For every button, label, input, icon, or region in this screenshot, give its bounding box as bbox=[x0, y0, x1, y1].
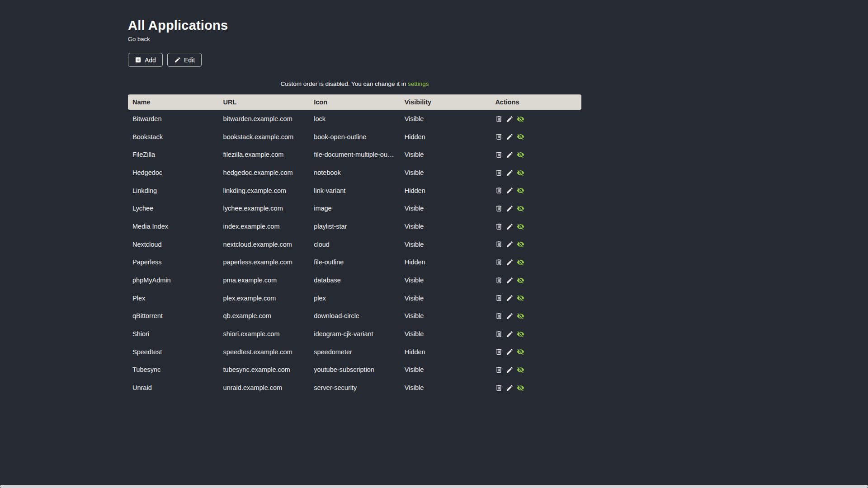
visibility-toggle-icon[interactable] bbox=[517, 151, 524, 159]
table-row: Speedtestspeedtest.example.comspeedomete… bbox=[128, 343, 581, 361]
column-header-url: URL bbox=[219, 94, 310, 110]
app-visibility: Visible bbox=[400, 289, 491, 307]
visibility-toggle-icon[interactable] bbox=[517, 384, 524, 392]
add-button-label: Add bbox=[145, 57, 156, 63]
app-icon-name: speedometer bbox=[309, 343, 400, 361]
app-icon-name: image bbox=[309, 199, 400, 217]
actions-cell bbox=[491, 145, 581, 164]
column-header-actions: Actions bbox=[491, 94, 581, 110]
edit-button[interactable]: Edit bbox=[167, 53, 202, 67]
app-name: Unraid bbox=[128, 379, 219, 397]
app-visibility: Visible bbox=[400, 235, 491, 253]
actions-cell bbox=[491, 325, 581, 343]
actions-cell bbox=[491, 271, 581, 289]
pencil-icon[interactable] bbox=[506, 348, 514, 356]
trash-icon[interactable] bbox=[495, 169, 503, 177]
pencil-icon[interactable] bbox=[506, 330, 514, 338]
trash-icon[interactable] bbox=[495, 258, 503, 266]
app-icon-name: lock bbox=[309, 110, 400, 128]
trash-icon[interactable] bbox=[495, 223, 503, 230]
visibility-toggle-icon[interactable] bbox=[517, 258, 524, 266]
pencil-icon[interactable] bbox=[506, 312, 514, 320]
visibility-toggle-icon[interactable] bbox=[517, 348, 524, 356]
app-name: Tubesync bbox=[128, 361, 219, 379]
visibility-toggle-icon[interactable] bbox=[517, 240, 524, 248]
go-back-link[interactable]: Go back bbox=[128, 36, 150, 42]
trash-icon[interactable] bbox=[495, 240, 503, 248]
visibility-toggle-icon[interactable] bbox=[517, 330, 524, 338]
app-visibility: Visible bbox=[400, 379, 491, 397]
app-url: bitwarden.example.com bbox=[219, 110, 310, 128]
app-icon-name: playlist-star bbox=[309, 217, 400, 235]
column-header-icon: Icon bbox=[309, 94, 400, 110]
app-name: Bitwarden bbox=[128, 110, 219, 128]
trash-icon[interactable] bbox=[495, 294, 503, 302]
pencil-icon[interactable] bbox=[506, 384, 514, 392]
visibility-toggle-icon[interactable] bbox=[517, 294, 524, 302]
app-name: Nextcloud bbox=[128, 235, 219, 253]
pencil-icon[interactable] bbox=[506, 240, 514, 248]
app-name: Lychee bbox=[128, 199, 219, 217]
actions-cell bbox=[491, 164, 581, 182]
table-row: qBittorrentqb.example.comdownload-circle… bbox=[128, 307, 581, 325]
custom-order-notice: Custom order is disabled. You can change… bbox=[128, 80, 581, 87]
visibility-toggle-icon[interactable] bbox=[517, 312, 524, 320]
pencil-icon[interactable] bbox=[506, 277, 514, 284]
trash-icon[interactable] bbox=[495, 115, 503, 123]
pencil-icon[interactable] bbox=[506, 151, 514, 159]
pencil-icon[interactable] bbox=[506, 133, 514, 141]
app-url: unraid.example.com bbox=[219, 379, 310, 397]
table-row: Hedgedochedgedoc.example.comnotebookVisi… bbox=[128, 164, 581, 182]
app-url: nextcloud.example.com bbox=[219, 235, 310, 253]
table-row: Bitwardenbitwarden.example.comlockVisibl… bbox=[128, 110, 581, 128]
trash-icon[interactable] bbox=[495, 205, 503, 212]
visibility-toggle-icon[interactable] bbox=[517, 187, 524, 194]
app-url: shiori.example.com bbox=[219, 325, 310, 343]
trash-icon[interactable] bbox=[495, 133, 503, 141]
trash-icon[interactable] bbox=[495, 348, 503, 356]
app-url: paperless.example.com bbox=[219, 253, 310, 271]
trash-icon[interactable] bbox=[495, 151, 503, 159]
pencil-icon[interactable] bbox=[506, 258, 514, 266]
trash-icon[interactable] bbox=[495, 384, 503, 392]
settings-link[interactable]: settings bbox=[408, 80, 429, 87]
app-visibility: Hidden bbox=[400, 253, 491, 271]
trash-icon[interactable] bbox=[495, 277, 503, 284]
visibility-toggle-icon[interactable] bbox=[517, 205, 524, 212]
pencil-icon[interactable] bbox=[506, 205, 514, 212]
trash-icon[interactable] bbox=[495, 187, 503, 194]
visibility-toggle-icon[interactable] bbox=[517, 277, 524, 284]
actions-cell bbox=[491, 128, 581, 146]
pencil-icon[interactable] bbox=[506, 169, 514, 177]
app-icon-name: book-open-outline bbox=[309, 128, 400, 146]
app-name: Linkding bbox=[128, 182, 219, 200]
table-row: Media Indexindex.example.complaylist-sta… bbox=[128, 217, 581, 235]
table-row: Paperlesspaperless.example.comfile-outli… bbox=[128, 253, 581, 271]
trash-icon[interactable] bbox=[495, 330, 503, 338]
app-name: FileZilla bbox=[128, 145, 219, 164]
pencil-icon[interactable] bbox=[506, 366, 514, 374]
visibility-toggle-icon[interactable] bbox=[517, 366, 524, 374]
app-visibility: Visible bbox=[400, 145, 491, 164]
visibility-toggle-icon[interactable] bbox=[517, 169, 524, 177]
horizontal-scrollbar[interactable] bbox=[0, 485, 868, 488]
app-name: qBittorrent bbox=[128, 307, 219, 325]
visibility-toggle-icon[interactable] bbox=[517, 115, 524, 123]
page-title: All Applications bbox=[128, 18, 581, 33]
pencil-icon[interactable] bbox=[506, 115, 514, 123]
app-url: hedgedoc.example.com bbox=[219, 164, 310, 182]
visibility-toggle-icon[interactable] bbox=[517, 223, 524, 230]
trash-icon[interactable] bbox=[495, 366, 503, 374]
actions-cell bbox=[491, 182, 581, 200]
actions-cell bbox=[491, 217, 581, 235]
pencil-icon[interactable] bbox=[506, 187, 514, 194]
pencil-icon[interactable] bbox=[506, 294, 514, 302]
table-row: Lycheelychee.example.comimageVisible bbox=[128, 199, 581, 217]
app-icon-name: ideogram-cjk-variant bbox=[309, 325, 400, 343]
app-visibility: Visible bbox=[400, 164, 491, 182]
add-button[interactable]: Add bbox=[128, 53, 163, 67]
pencil-icon[interactable] bbox=[506, 223, 514, 230]
trash-icon[interactable] bbox=[495, 312, 503, 320]
app-name: Paperless bbox=[128, 253, 219, 271]
visibility-toggle-icon[interactable] bbox=[517, 133, 524, 141]
